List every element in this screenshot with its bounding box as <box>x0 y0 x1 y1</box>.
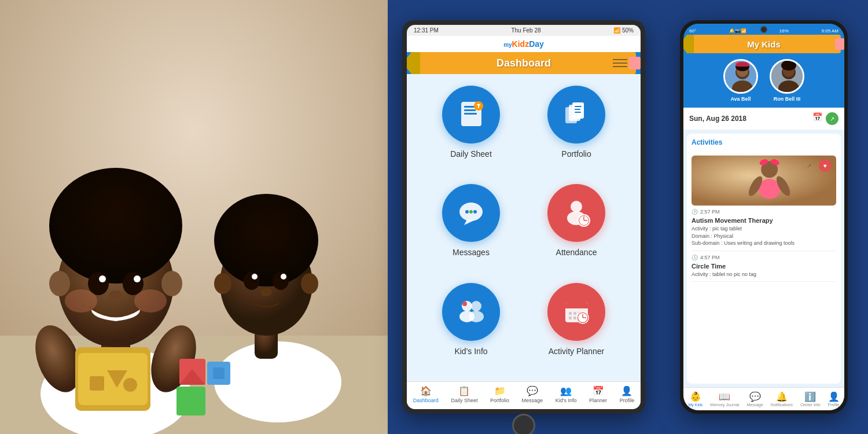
kids-info-icon <box>455 296 487 328</box>
daily-sheet-nav-icon: 📋 <box>458 385 470 396</box>
profile-nav-icon: 👤 <box>621 385 632 396</box>
kid-avatar-ava[interactable]: Ava Bell <box>723 59 758 102</box>
tablet-status-bar: 12:31 PM Thu Feb 28 📶 50% <box>407 25 641 36</box>
kids-row: Ava Bell Ron Bell III <box>683 53 844 108</box>
grid-item-activity-planner[interactable]: Activity Planner <box>529 283 623 370</box>
svg-rect-43 <box>213 367 225 379</box>
ava-name: Ava Bell <box>730 96 751 102</box>
phone-nav-my-kids[interactable]: 👶 My Kids <box>688 391 703 407</box>
svg-point-70 <box>471 301 481 311</box>
tablet-mockup: 12:31 PM Thu Feb 28 📶 50% myKidzDay Dash… <box>402 20 645 414</box>
svg-point-60 <box>469 210 473 214</box>
svg-rect-56 <box>575 112 581 113</box>
svg-point-11 <box>49 168 182 284</box>
tablet-logo-bar: myKidzDay <box>407 36 641 52</box>
tablet-nav-portfolio[interactable]: 📁 Portfolio <box>490 385 509 403</box>
tablet-nav-dashboard-label: Dashboard <box>413 398 439 403</box>
date-display: Sun, Aug 26 2018 <box>689 115 746 123</box>
center-section: 12:31 PM Thu Feb 28 📶 50% myKidzDay Dash… <box>388 0 660 434</box>
phone-banner: My Kids <box>687 35 841 53</box>
activity-planner-icon-circle <box>547 283 605 341</box>
svg-point-35 <box>273 271 289 290</box>
svg-rect-50 <box>478 104 479 108</box>
svg-point-34 <box>244 271 260 290</box>
phone-bottom-nav: 👶 My Kids 📖 Memory Journal 💬 Message 🔔 N… <box>683 387 844 410</box>
tablet-nav-planner[interactable]: 📅 Planner <box>589 385 607 403</box>
dashboard-grid: Daily Sheet Portfolio <box>407 74 641 381</box>
svg-rect-54 <box>575 106 582 107</box>
growth-icon[interactable]: ↗ <box>826 112 838 125</box>
tablet-battery: 📶 50% <box>613 27 634 34</box>
phone-nav-center-info[interactable]: ℹ️ Center Info <box>800 391 821 407</box>
svg-rect-53 <box>572 102 584 119</box>
tablet-screen: 12:31 PM Thu Feb 28 📶 50% myKidzDay Dash… <box>407 25 641 409</box>
kids-info-nav-icon: 👥 <box>560 385 572 396</box>
phone-screen: 60° 🔔📷📶 16% 9:05 AM My Kids <box>683 24 844 410</box>
grid-item-portfolio[interactable]: Portfolio <box>529 86 623 172</box>
grid-item-daily-sheet[interactable]: Daily Sheet <box>424 86 518 172</box>
svg-point-37 <box>281 274 286 279</box>
daily-sheet-label: Daily Sheet <box>450 149 492 159</box>
tablet-nav-message-label: Message <box>522 398 543 403</box>
grid-item-messages[interactable]: Messages <box>424 184 518 271</box>
dashboard-banner: Dashboard <box>411 52 636 74</box>
grid-item-attendance[interactable]: Attendance <box>529 184 623 271</box>
svg-rect-47 <box>464 113 477 115</box>
svg-point-18 <box>65 289 97 312</box>
daily-sheet-icon-circle <box>442 86 500 144</box>
svg-rect-75 <box>565 306 588 308</box>
calendar-icon[interactable]: 📅 <box>812 112 822 125</box>
tablet-nav-profile[interactable]: 👤 Profile <box>620 385 635 403</box>
tablet-date: Thu Feb 28 <box>511 27 540 34</box>
tablet-nav-kids-info[interactable]: 👥 Kid's Info <box>556 385 577 403</box>
svg-point-19 <box>134 289 167 312</box>
photo-section <box>0 0 388 434</box>
profile-phone-nav-icon: 👤 <box>828 391 840 402</box>
portfolio-nav-icon: 📁 <box>494 385 506 396</box>
portfolio-icon <box>561 99 593 131</box>
phone-nav-notifications[interactable]: 🔔 Notifications <box>771 391 793 407</box>
svg-point-62 <box>571 201 582 212</box>
phone-nav-message[interactable]: 💬 Message <box>746 391 763 407</box>
message-nav-icon: 💬 <box>527 385 538 396</box>
kids-info-icon-circle <box>442 283 500 341</box>
ron-name: Ron Bell III <box>774 96 801 102</box>
grid-item-kids-info[interactable]: Kid's Info <box>424 283 518 370</box>
phone-nav-profile[interactable]: 👤 Profile <box>828 391 840 407</box>
center-info-nav-icon: ℹ️ <box>804 391 816 402</box>
date-row: Sun, Aug 26 2018 📅 ↗ <box>683 108 844 130</box>
svg-point-20 <box>109 290 123 300</box>
svg-rect-41 <box>176 387 205 415</box>
tablet-nav-dashboard[interactable]: 🏠 Dashboard <box>413 385 439 403</box>
phone-nav-memory-journal[interactable]: 📖 Memory Journal <box>710 391 739 407</box>
svg-point-27 <box>123 378 137 392</box>
like-button-1[interactable]: ♥ <box>819 159 832 172</box>
activity-detail-2: Activity : tablet no pic no tag <box>692 271 836 278</box>
notifications-nav-icon: 🔔 <box>776 391 788 402</box>
tablet-nav-portfolio-label: Portfolio <box>490 398 509 403</box>
activity-entry-1: ↗ ♥ 🕒 2:57 PM Autism Movement Therapy Ac… <box>692 151 836 251</box>
tablet-home-button[interactable] <box>512 414 535 434</box>
activity-title-2: Circle Time <box>692 263 836 270</box>
tablet-nav-daily-sheet[interactable]: 📋 Daily Sheet <box>451 385 477 403</box>
kid-avatar-ron[interactable]: Ron Bell III <box>770 59 804 102</box>
ron-avatar-image <box>771 61 804 94</box>
app-logo: myKidzDay <box>503 39 544 49</box>
share-button-1[interactable]: ↗ <box>803 159 815 172</box>
tablet-nav-daily-sheet-label: Daily Sheet <box>451 398 477 403</box>
ron-avatar-circle <box>770 59 804 94</box>
svg-point-36 <box>252 274 258 279</box>
activity-planner-label: Activity Planner <box>549 347 604 356</box>
svg-point-32 <box>214 273 231 294</box>
kids-info-label: Kid's Info <box>454 347 487 356</box>
svg-point-59 <box>465 210 469 214</box>
pencil-lines <box>613 59 627 67</box>
svg-rect-81 <box>573 317 576 319</box>
tablet-nav-message[interactable]: 💬 Message <box>522 385 543 403</box>
right-section: 60° 🔔📷📶 16% 9:05 AM My Kids <box>660 0 868 434</box>
activities-title: Activities <box>692 138 836 146</box>
tablet-nav-planner-label: Planner <box>589 398 607 403</box>
svg-rect-76 <box>569 312 572 315</box>
svg-point-15 <box>123 272 144 295</box>
svg-point-38 <box>260 288 272 296</box>
